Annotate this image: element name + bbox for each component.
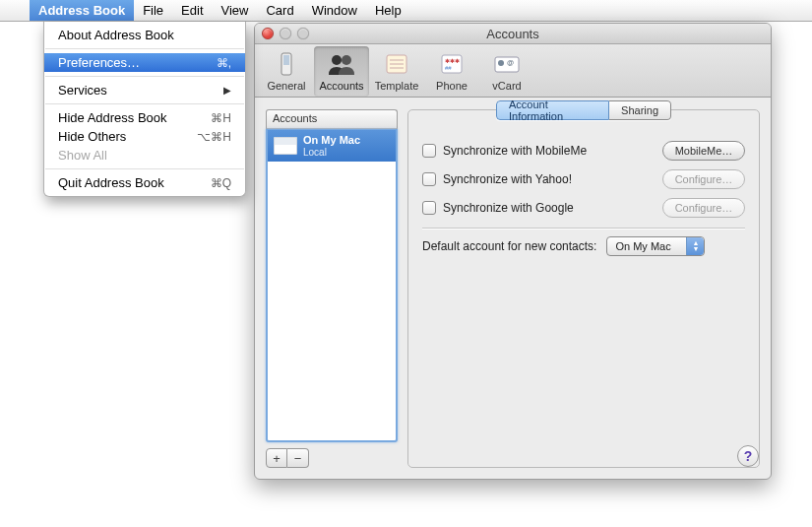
menu-quit[interactable]: Quit Address Book ⌘Q bbox=[44, 173, 245, 192]
toolbar-accounts-label: Accounts bbox=[319, 80, 363, 92]
menu-file[interactable]: File bbox=[134, 0, 172, 21]
default-account-row: Default account for new contacts: On My … bbox=[422, 236, 745, 256]
submenu-arrow-icon: ▶ bbox=[223, 85, 231, 96]
sync-google-label: Synchronize with Google bbox=[443, 201, 574, 215]
menu-help[interactable]: Help bbox=[366, 0, 410, 21]
mobileme-button[interactable]: MobileMe… bbox=[662, 141, 745, 161]
toolbar-phone[interactable]: ✱✱✱## Phone bbox=[424, 46, 479, 97]
accounts-icon bbox=[326, 49, 357, 79]
sync-google-checkbox[interactable] bbox=[422, 201, 436, 215]
add-remove-group: + − bbox=[266, 448, 398, 468]
toolbar-general-label: General bbox=[267, 80, 305, 92]
divider bbox=[422, 228, 745, 229]
menu-quit-shortcut: ⌘Q bbox=[211, 176, 231, 190]
toolbar-phone-label: Phone bbox=[436, 80, 468, 92]
menu-show-all: Show All bbox=[44, 146, 245, 165]
popup-arrows-icon: ▲▼ bbox=[686, 237, 704, 255]
minimize-button[interactable] bbox=[280, 28, 291, 39]
svg-text:@: @ bbox=[507, 59, 514, 66]
menu-preferences-label: Preferences… bbox=[58, 55, 140, 70]
menubar: Address Book File Edit View Card Window … bbox=[0, 0, 812, 22]
detail-tabs: Account Information Sharing bbox=[496, 100, 671, 120]
menu-view[interactable]: View bbox=[213, 0, 258, 21]
menu-hide-app-label: Hide Address Book bbox=[58, 110, 167, 125]
app-menu-dropdown: About Address Book Preferences… ⌘, Servi… bbox=[43, 22, 246, 197]
account-subtitle: Local bbox=[303, 147, 360, 159]
apple-menu[interactable] bbox=[0, 0, 30, 21]
general-icon bbox=[271, 49, 302, 79]
menu-hide-others[interactable]: Hide Others ⌥⌘H bbox=[44, 127, 245, 146]
sync-yahoo-label: Synchronize with Yahoo! bbox=[443, 172, 572, 186]
menu-separator bbox=[45, 76, 244, 77]
accounts-list[interactable]: On My Mac Local bbox=[266, 129, 398, 442]
toolbar-vcard-label: vCard bbox=[492, 80, 521, 92]
menu-preferences-shortcut: ⌘, bbox=[217, 56, 231, 70]
window-title: Accounts bbox=[486, 27, 538, 41]
menu-edit[interactable]: Edit bbox=[172, 0, 212, 21]
toolbar-template[interactable]: Template bbox=[369, 46, 424, 97]
menu-card[interactable]: Card bbox=[257, 0, 302, 21]
window-body: Accounts On My Mac Local + − Account Inf… bbox=[255, 99, 771, 479]
sync-mobileme-label: Synchronize with MobileMe bbox=[443, 144, 587, 158]
account-item[interactable]: On My Mac Local bbox=[268, 130, 396, 162]
default-account-value: On My Mac bbox=[615, 240, 670, 252]
toolbar-template-label: Template bbox=[375, 80, 419, 92]
titlebar[interactable]: Accounts bbox=[255, 24, 771, 44]
toolbar-general[interactable]: General bbox=[259, 46, 314, 97]
prefs-toolbar: General Accounts Template ✱✱✱## Phone @ … bbox=[255, 44, 771, 98]
menu-show-all-label: Show All bbox=[58, 148, 107, 163]
close-button[interactable] bbox=[262, 28, 274, 39]
menu-window[interactable]: Window bbox=[303, 0, 366, 21]
menu-hide-others-label: Hide Others bbox=[58, 129, 126, 144]
menu-separator bbox=[45, 168, 244, 169]
account-item-text: On My Mac Local bbox=[303, 134, 360, 158]
menu-preferences[interactable]: Preferences… ⌘, bbox=[44, 53, 245, 72]
accounts-header: Accounts bbox=[266, 109, 398, 129]
menu-separator bbox=[45, 103, 244, 104]
account-details: Account Information Sharing Synchronize … bbox=[407, 109, 760, 468]
menu-about-label: About Address Book bbox=[58, 28, 174, 42]
sync-mobileme-checkbox[interactable] bbox=[422, 144, 436, 158]
sync-google-row: Synchronize with Google Configure… bbox=[422, 198, 745, 218]
menu-about[interactable]: About Address Book bbox=[44, 26, 245, 44]
vcard-icon: @ bbox=[491, 49, 523, 79]
svg-point-12 bbox=[498, 60, 504, 66]
svg-text:##: ## bbox=[445, 65, 452, 71]
default-account-label: Default account for new contacts: bbox=[422, 239, 596, 253]
help-button[interactable]: ? bbox=[737, 445, 759, 467]
menu-separator bbox=[45, 48, 244, 49]
svg-text:✱✱✱: ✱✱✱ bbox=[445, 58, 460, 64]
account-name: On My Mac bbox=[303, 134, 360, 147]
toolbar-vcard[interactable]: @ vCard bbox=[479, 46, 534, 97]
menu-hide-app-shortcut: ⌘H bbox=[211, 111, 231, 125]
menu-app[interactable]: Address Book bbox=[30, 0, 134, 21]
template-icon bbox=[381, 49, 412, 79]
sync-mobileme-row: Synchronize with MobileMe MobileMe… bbox=[422, 141, 745, 161]
tab-sharing[interactable]: Sharing bbox=[609, 100, 671, 120]
yahoo-configure-button[interactable]: Configure… bbox=[662, 169, 745, 189]
menu-hide-app[interactable]: Hide Address Book ⌘H bbox=[44, 108, 245, 127]
traffic-lights bbox=[262, 28, 309, 39]
google-configure-button[interactable]: Configure… bbox=[662, 198, 745, 218]
menu-services[interactable]: Services ▶ bbox=[44, 81, 245, 99]
remove-account-button[interactable]: − bbox=[287, 448, 309, 468]
sync-yahoo-row: Synchronize with Yahoo! Configure… bbox=[422, 169, 745, 189]
menu-services-label: Services bbox=[58, 83, 107, 98]
sync-yahoo-checkbox[interactable] bbox=[422, 172, 436, 186]
accounts-window: Accounts General Accounts Template ✱✱✱##… bbox=[254, 23, 772, 480]
svg-point-2 bbox=[332, 55, 342, 65]
tab-account-info[interactable]: Account Information bbox=[496, 100, 609, 120]
toolbar-accounts[interactable]: Accounts bbox=[314, 46, 369, 97]
zoom-button[interactable] bbox=[297, 28, 309, 39]
mac-icon bbox=[274, 137, 297, 155]
accounts-panel: Accounts On My Mac Local + − bbox=[266, 109, 398, 468]
svg-point-3 bbox=[342, 55, 351, 65]
add-account-button[interactable]: + bbox=[266, 448, 287, 468]
menu-quit-label: Quit Address Book bbox=[58, 175, 164, 190]
svg-rect-1 bbox=[283, 55, 289, 65]
menu-hide-others-shortcut: ⌥⌘H bbox=[197, 130, 231, 144]
default-account-popup[interactable]: On My Mac ▲▼ bbox=[606, 236, 705, 256]
phone-icon: ✱✱✱## bbox=[436, 49, 468, 79]
